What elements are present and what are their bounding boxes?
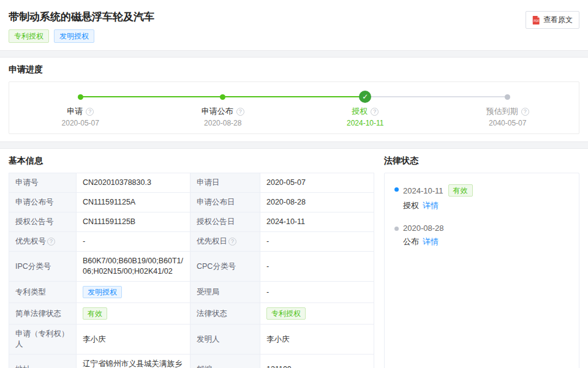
field-label: 优先权号? xyxy=(9,232,77,252)
field-label: CPC分类号 xyxy=(190,252,260,282)
step-dot xyxy=(220,94,225,100)
table-row-address: 地址 辽宁省锦州市义县城关满族乡头沟村245号 邮编 121100 xyxy=(9,355,374,368)
field-label: 申请公布日 xyxy=(190,193,260,212)
legal-status-section: 法律状态 2024-10-11 有效 授权详情 2020-08-28 公布详情 xyxy=(384,156,579,368)
step-date: 2024-10-11 xyxy=(347,119,384,127)
view-original-button[interactable]: PDF 查看原文 xyxy=(526,11,579,29)
table-row-grant-number: 授权公告号 CN111591125B 授权公告日 2024-10-11 xyxy=(9,212,374,232)
field-label: 申请（专利权）人 xyxy=(9,325,77,355)
field-value: - xyxy=(77,232,190,252)
field-value: 李小庆 xyxy=(77,325,190,355)
step-label: 授权 xyxy=(352,106,368,117)
section-divider xyxy=(0,50,588,58)
granted-status-tag: 专利授权 xyxy=(266,307,306,320)
field-label: 法律状态 xyxy=(190,303,260,325)
table-row-priority: 优先权号? - 优先权日? - xyxy=(9,232,374,252)
field-value: B60K7/00;B60B19/00;B60T1/06;H02N15/00;H0… xyxy=(77,252,190,282)
basic-info-title: 基本信息 xyxy=(9,156,374,167)
detail-link[interactable]: 详情 xyxy=(423,237,439,246)
table-row-legal-state: 简单法律状态 有效 法律状态 专利授权 xyxy=(9,303,374,325)
table-row-applicant: 申请（专利权）人 李小庆 发明人 李小庆 xyxy=(9,325,374,355)
step-date: 2020-05-07 xyxy=(62,119,99,127)
progress-step-grant: ✓ 授权? 2024-10-11 xyxy=(294,91,437,127)
field-value: CN111591125B xyxy=(77,212,190,232)
detail-link[interactable]: 详情 xyxy=(423,201,439,210)
step-date: 2040-05-07 xyxy=(489,119,526,127)
help-icon[interactable]: ? xyxy=(371,108,379,116)
field-value: - xyxy=(260,282,374,303)
timeline-dot xyxy=(394,187,399,192)
patent-header: 带制动系统的磁悬浮车轮及汽车 专利授权 发明授权 PDF 查看原文 xyxy=(0,0,588,50)
valid-status-tag: 有效 xyxy=(83,307,107,320)
basic-info-section: 基本信息 申请号 CN202010378830.3 申请日 2020-05-07… xyxy=(9,156,374,368)
field-value: 发明授权 xyxy=(77,282,190,303)
field-label: 申请公布号 xyxy=(9,193,77,212)
legal-entry-date: 2020-08-28 xyxy=(403,223,444,233)
field-label: 申请日 xyxy=(190,173,260,193)
field-value: CN111591125A xyxy=(77,193,190,212)
field-label: 简单法律状态 xyxy=(9,303,77,325)
check-icon: ✓ xyxy=(359,91,371,103)
step-dot xyxy=(505,94,510,100)
table-row-ipc: IPC分类号 B60K7/00;B60B19/00;B60T1/06;H02N1… xyxy=(9,252,374,282)
legal-status-title: 法律状态 xyxy=(384,156,579,167)
field-label: 专利类型 xyxy=(9,282,77,303)
timeline-dot xyxy=(394,227,399,231)
field-label: 发明人 xyxy=(190,325,260,355)
field-label: 授权公告号 xyxy=(9,212,77,232)
page-title: 带制动系统的磁悬浮车轮及汽车 xyxy=(9,10,154,24)
progress-section-title: 申请进度 xyxy=(9,64,579,75)
legal-status-entry: 2024-10-11 有效 授权详情 xyxy=(393,184,570,211)
patent-type-tag: 发明授权 xyxy=(83,286,122,298)
step-date: 2020-08-28 xyxy=(204,119,241,127)
application-progress-section: 申请进度 申请? 2020-05-07 申请公布? 2020-08-28 ✓ 授… xyxy=(0,58,588,141)
view-original-label: 查看原文 xyxy=(543,15,573,25)
badge-row: 专利授权 发明授权 xyxy=(9,29,154,43)
field-value: 121100 xyxy=(260,355,374,368)
legal-entry-status-tag: 有效 xyxy=(448,184,473,197)
field-label: 优先权日? xyxy=(190,232,260,252)
step-label: 申请公布 xyxy=(202,106,233,117)
progress-step-application: 申请? 2020-05-07 xyxy=(9,91,152,127)
help-icon[interactable]: ? xyxy=(228,238,236,246)
step-label: 申请 xyxy=(67,106,83,117)
legal-entry-action: 公布 xyxy=(403,237,419,246)
help-icon[interactable]: ? xyxy=(521,108,529,116)
legal-entry-action: 授权 xyxy=(403,201,419,210)
step-label: 预估到期 xyxy=(486,106,518,117)
progress-step-expiry: 预估到期? 2040-05-07 xyxy=(437,91,579,127)
svg-text:PDF: PDF xyxy=(533,19,539,22)
progress-step-publication: 申请公布? 2020-08-28 xyxy=(152,91,295,127)
progress-timeline: 申请? 2020-05-07 申请公布? 2020-08-28 ✓ 授权? 20… xyxy=(9,81,579,134)
field-value: CN202010378830.3 xyxy=(77,173,190,193)
field-value: 2024-10-11 xyxy=(260,212,374,232)
table-row-publication-number: 申请公布号 CN111591125A 申请公布日 2020-08-28 xyxy=(9,193,374,212)
field-value: - xyxy=(260,252,374,282)
field-label: IPC分类号 xyxy=(9,252,77,282)
field-label: 申请号 xyxy=(9,173,77,193)
field-value: 有效 xyxy=(77,303,190,325)
invention-granted-badge: 发明授权 xyxy=(54,29,94,43)
field-value: - xyxy=(260,232,374,252)
help-icon[interactable]: ? xyxy=(47,238,55,246)
field-label: 受理局 xyxy=(190,282,260,303)
pdf-icon: PDF xyxy=(532,16,540,24)
table-row-application-number: 申请号 CN202010378830.3 申请日 2020-05-07 xyxy=(9,173,374,193)
field-value: 2020-05-07 xyxy=(260,173,374,193)
field-label: 邮编 xyxy=(190,355,260,368)
field-value: 李小庆 xyxy=(260,325,374,355)
field-value: 2020-08-28 xyxy=(260,193,374,212)
basic-info-table: 申请号 CN202010378830.3 申请日 2020-05-07 申请公布… xyxy=(9,173,374,368)
help-icon[interactable]: ? xyxy=(86,108,94,116)
field-value: 专利授权 xyxy=(260,303,374,325)
step-dot xyxy=(78,94,83,100)
legal-entry-date: 2024-10-11 xyxy=(403,186,443,195)
patent-granted-badge: 专利授权 xyxy=(9,29,49,43)
field-label: 授权公告日 xyxy=(190,212,260,232)
help-icon[interactable]: ? xyxy=(236,108,244,116)
field-label: 地址 xyxy=(9,355,77,368)
legal-status-timeline: 2024-10-11 有效 授权详情 2020-08-28 公布详情 xyxy=(384,173,579,368)
legal-status-entry: 2020-08-28 公布详情 xyxy=(393,223,570,247)
section-divider xyxy=(0,141,588,149)
field-value: 辽宁省锦州市义县城关满族乡头沟村245号 xyxy=(77,355,190,368)
